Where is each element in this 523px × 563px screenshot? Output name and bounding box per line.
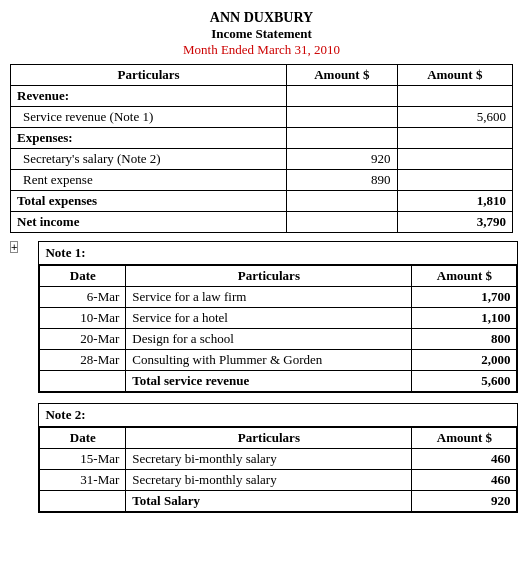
note2-particulars: Secretary bi-monthly salary — [126, 470, 412, 491]
note1-total-row: Total service revenue 5,600 — [40, 371, 517, 392]
table-row: 6-Mar Service for a law firm 1,700 — [40, 287, 517, 308]
note1-col-date: Date — [40, 266, 126, 287]
total-expenses-row: Total expenses 1,810 — [11, 191, 513, 212]
table-row: Expenses: — [11, 128, 513, 149]
secretary-salary-amount: 920 — [287, 149, 397, 170]
table-row: Service revenue (Note 1) 5,600 — [11, 107, 513, 128]
note2-wrapper: Note 2: Date Particulars Amount $ 15-Mar… — [38, 403, 518, 513]
cell-empty — [397, 149, 512, 170]
table-row: 20-Mar Design for a school 800 — [40, 329, 517, 350]
col-amount2-header: Amount $ — [397, 65, 512, 86]
cell-empty — [397, 128, 512, 149]
cell-empty — [287, 212, 397, 233]
note1-amount: 1,700 — [412, 287, 517, 308]
total-expenses-amount: 1,810 — [397, 191, 512, 212]
table-row: Rent expense 890 — [11, 170, 513, 191]
note2-total-label: Total Salary — [126, 491, 412, 512]
statement-date: Month Ended March 31, 2010 — [10, 42, 513, 58]
cell-empty — [397, 86, 512, 107]
note1-col-particulars: Particulars — [126, 266, 412, 287]
notes-container: Note 1: Date Particulars Amount $ 6-Mar … — [38, 241, 518, 513]
service-revenue-label: Service revenue (Note 1) — [11, 107, 287, 128]
cell-empty — [287, 191, 397, 212]
cell-empty — [40, 491, 126, 512]
table-row: Secretary's salary (Note 2) 920 — [11, 149, 513, 170]
cell-empty — [40, 371, 126, 392]
cell-empty — [287, 107, 397, 128]
secretary-salary-label: Secretary's salary (Note 2) — [11, 149, 287, 170]
note1-date: 20-Mar — [40, 329, 126, 350]
table-row: 15-Mar Secretary bi-monthly salary 460 — [40, 449, 517, 470]
table-row: 28-Mar Consulting with Plummer & Gorden … — [40, 350, 517, 371]
statement-title: Income Statement — [10, 26, 513, 42]
note1-date: 28-Mar — [40, 350, 126, 371]
total-expenses-label: Total expenses — [11, 191, 287, 212]
note2-total-amount: 920 — [412, 491, 517, 512]
note1-particulars: Design for a school — [126, 329, 412, 350]
col-particulars-header: Particulars — [11, 65, 287, 86]
note2-col-particulars: Particulars — [126, 428, 412, 449]
note2-date: 31-Mar — [40, 470, 126, 491]
note1-particulars: Service for a hotel — [126, 308, 412, 329]
note2-date: 15-Mar — [40, 449, 126, 470]
expenses-label: Expenses: — [11, 128, 287, 149]
note1-date: 10-Mar — [40, 308, 126, 329]
rent-expense-label: Rent expense — [11, 170, 287, 191]
note1-amount: 2,000 — [412, 350, 517, 371]
table-row: Revenue: — [11, 86, 513, 107]
cell-empty — [397, 170, 512, 191]
net-income-label: Net income — [11, 212, 287, 233]
note1-title: Note 1: — [39, 242, 517, 265]
note2-table: Date Particulars Amount $ 15-Mar Secreta… — [39, 427, 517, 512]
rent-expense-amount: 890 — [287, 170, 397, 191]
note1-total-amount: 5,600 — [412, 371, 517, 392]
note2-amount: 460 — [412, 470, 517, 491]
net-income-row: Net income 3,790 — [11, 212, 513, 233]
note1-col-amount: Amount $ — [412, 266, 517, 287]
page-wrapper: ANN DUXBURY Income Statement Month Ended… — [10, 10, 513, 513]
net-income-amount: 3,790 — [397, 212, 512, 233]
expand-icon[interactable]: + — [10, 241, 18, 253]
note1-table: Date Particulars Amount $ 6-Mar Service … — [39, 265, 517, 392]
note2-amount: 460 — [412, 449, 517, 470]
note2-title: Note 2: — [39, 404, 517, 427]
cell-empty — [287, 86, 397, 107]
revenue-label: Revenue: — [11, 86, 287, 107]
table-row: 31-Mar Secretary bi-monthly salary 460 — [40, 470, 517, 491]
service-revenue-amount: 5,600 — [397, 107, 512, 128]
header: ANN DUXBURY Income Statement Month Ended… — [10, 10, 513, 58]
note1-wrapper: Note 1: Date Particulars Amount $ 6-Mar … — [38, 241, 518, 393]
note1-amount: 1,100 — [412, 308, 517, 329]
note1-particulars: Consulting with Plummer & Gorden — [126, 350, 412, 371]
note1-date: 6-Mar — [40, 287, 126, 308]
note1-particulars: Service for a law firm — [126, 287, 412, 308]
cell-empty — [287, 128, 397, 149]
company-name: ANN DUXBURY — [10, 10, 513, 26]
note2-col-amount: Amount $ — [412, 428, 517, 449]
note2-col-date: Date — [40, 428, 126, 449]
note1-amount: 800 — [412, 329, 517, 350]
table-row: 10-Mar Service for a hotel 1,100 — [40, 308, 517, 329]
note1-total-label: Total service revenue — [126, 371, 412, 392]
note2-particulars: Secretary bi-monthly salary — [126, 449, 412, 470]
income-statement-table: Particulars Amount $ Amount $ Revenue: S… — [10, 64, 513, 233]
col-amount1-header: Amount $ — [287, 65, 397, 86]
note2-total-row: Total Salary 920 — [40, 491, 517, 512]
